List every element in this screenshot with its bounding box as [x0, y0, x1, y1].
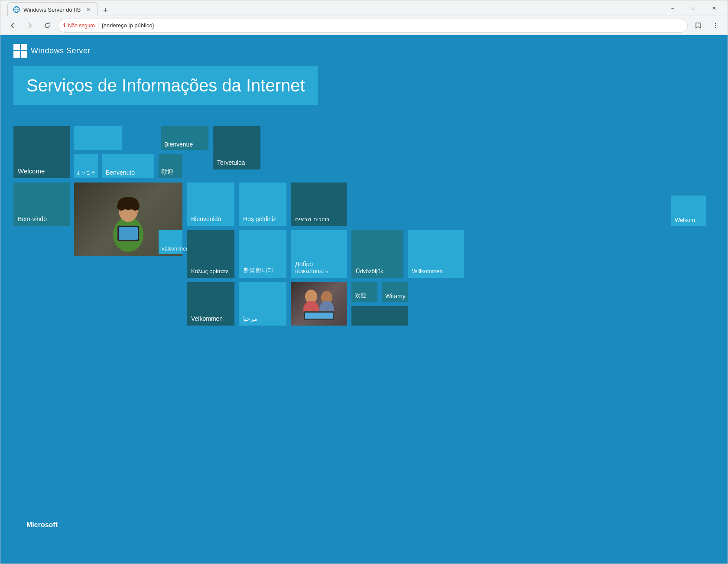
tile-tervetuloa: Tervetuloa [213, 126, 260, 170]
tile-dobro: Üdvözöljük [351, 230, 403, 278]
security-icon: ℹ [63, 22, 65, 29]
tile-kangying: 歡迎 [159, 154, 182, 178]
tile-vitejte-label: Välkommen [161, 246, 188, 252]
heading-banner: Serviços de Informações da Internet [13, 66, 318, 105]
tile-vitejte: Välkommen [159, 230, 182, 254]
tile-valkommen-label: 환영합니다 [243, 267, 273, 274]
url-separator: | [98, 22, 99, 29]
address-bar[interactable]: ℹ Não seguro | {endereço ip público} [58, 19, 688, 33]
tile-youkoso: ようこそ [74, 154, 98, 178]
tile-valkommen: 환영합니다 [239, 230, 286, 278]
tile-willkommen: Velkommen [187, 282, 234, 326]
active-tab[interactable]: Windows Server do IIS ✕ [7, 2, 98, 17]
tile-benvenuto: Benvenuto [102, 154, 154, 178]
heading-section: Serviços de Informações da Internet [0, 66, 728, 105]
tile-welcome-label: Welcome [18, 167, 45, 175]
person-svg-2 [293, 284, 345, 323]
browser-window: Windows Server do IIS ✕ + − □ ✕ ℹ Não se… [0, 0, 728, 564]
tile-kalos: Καλώς ορίσατε [187, 230, 234, 278]
tab-bar: Windows Server do IIS ✕ + [4, 0, 663, 17]
svg-rect-20 [305, 313, 333, 319]
tile-velkommen-label: مرحبا [243, 315, 257, 322]
windows-server-logo: Windows Server [0, 35, 728, 66]
svg-point-12 [129, 198, 136, 205]
window-controls: − □ ✕ [663, 1, 724, 15]
tab-title: Windows Server do IIS [23, 7, 81, 13]
tile-witamy [351, 306, 408, 326]
person-tile-2 [291, 282, 347, 326]
tile-marhaba-label: 欢迎 [355, 292, 366, 300]
tile-benvenuto-label: Benvenuto [106, 169, 135, 176]
tile-bienvenue: Bienvenue [161, 126, 208, 150]
tiles-mosaic: Welcome Bienvenue Tervetuloa ようこそ Benven… [13, 126, 715, 538]
browser-menu-button[interactable] [708, 19, 722, 33]
tile-velkommen: مرحبا [239, 282, 286, 326]
svg-point-5 [715, 27, 716, 28]
tile-hwan-yeong: Добро пожаловать [291, 230, 347, 278]
svg-point-11 [120, 198, 127, 205]
tile-hwan-yeong-label: Добро пожаловать [295, 261, 343, 274]
tile-bem-vindo-label: Bem-vindo [18, 215, 47, 222]
tile-bem-vindo: Bem-vindo [13, 183, 70, 226]
svg-point-4 [715, 25, 716, 26]
forward-button[interactable] [23, 19, 37, 33]
back-button[interactable] [6, 19, 20, 33]
windows-logo-icon [13, 44, 27, 58]
bookmark-button[interactable] [691, 19, 705, 33]
tile-marhaba: 欢迎 [351, 282, 377, 302]
tile-welkom: Welkom [671, 196, 706, 226]
tab-favicon [13, 6, 20, 13]
new-tab-button[interactable]: + [99, 5, 111, 17]
tile-huanying: Witamy [382, 282, 408, 302]
windows-server-text: Windows Server [31, 46, 91, 55]
tile-bienvenue-label: Bienvenue [164, 141, 193, 148]
svg-rect-14 [119, 227, 138, 240]
iis-page: Windows Server Serviços de Informações d… [0, 35, 728, 564]
tile-youkoso-label: ようこそ [76, 170, 95, 176]
microsoft-label-container: Microsoft [26, 521, 58, 529]
svg-point-3 [715, 23, 716, 23]
tile-udvozoljuk-label: Willkommen [412, 268, 443, 274]
tile-tervetuloa-label: Tervetuloa [217, 159, 245, 166]
tile-huanying-label: Witamy [385, 293, 406, 300]
microsoft-label: Microsoft [26, 521, 58, 528]
tile-welkom-label: Welkom [675, 217, 695, 223]
tile-willkommen-label: Velkommen [191, 315, 223, 322]
page-heading: Serviços de Informações da Internet [26, 76, 305, 95]
url-display: {endereço ip público} [101, 22, 154, 29]
tile-lightblue-1 [74, 126, 122, 150]
not-secure-label: Não seguro [68, 23, 95, 29]
tile-kalos-label: Καλώς ορίσατε [191, 268, 228, 274]
maximize-button[interactable]: □ [683, 1, 703, 15]
tile-hos-geldiniz: Hoş geldiniz [239, 183, 286, 226]
refresh-button[interactable] [40, 19, 54, 33]
tile-kangying-label: 歡迎 [161, 168, 173, 176]
tile-bienvenido: Bienvenido [187, 183, 234, 226]
tile-hos-geldiniz-label: Hoş geldiniz [243, 215, 276, 222]
title-bar: Windows Server do IIS ✕ + − □ ✕ [0, 0, 728, 16]
minimize-button[interactable]: − [663, 1, 682, 15]
tile-bruchim: ברוכים הבאים [291, 183, 347, 226]
tile-bienvenido-label: Bienvenido [191, 215, 221, 222]
close-button[interactable]: ✕ [704, 1, 724, 15]
tile-welcome: Welcome [13, 126, 70, 178]
person-svg-1 [102, 187, 154, 252]
tab-close-button[interactable]: ✕ [84, 6, 92, 13]
tile-bruchim-label: ברוכים הבאים [295, 216, 330, 222]
tile-dobro-label: Üdvözöljük [356, 268, 384, 274]
nav-bar: ℹ Não seguro | {endereço ip público} [0, 16, 728, 35]
tile-udvozoljuk: Willkommen [408, 230, 464, 278]
